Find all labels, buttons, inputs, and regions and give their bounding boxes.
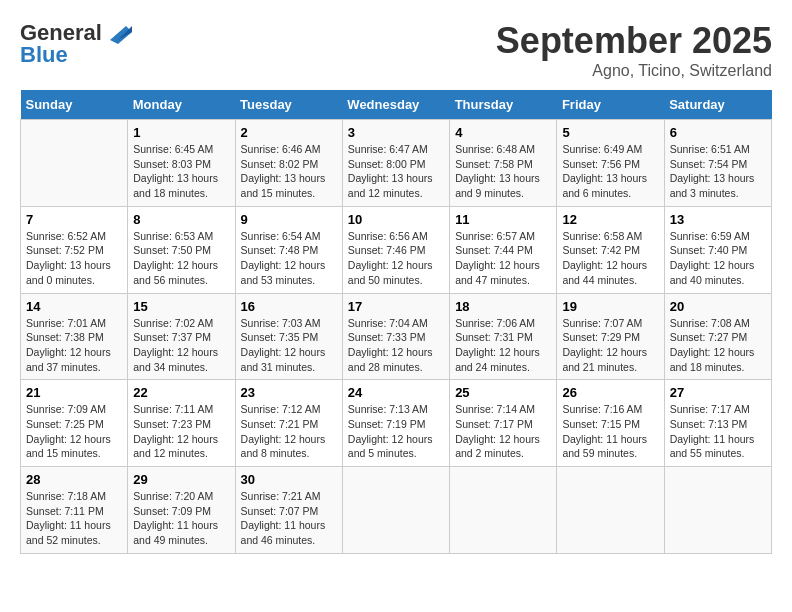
calendar-week-row: 7Sunrise: 6:52 AMSunset: 7:52 PMDaylight…: [21, 206, 772, 293]
day-info: Sunrise: 6:59 AMSunset: 7:40 PMDaylight:…: [670, 229, 766, 288]
day-info: Sunrise: 7:11 AMSunset: 7:23 PMDaylight:…: [133, 402, 229, 461]
day-info: Sunrise: 7:17 AMSunset: 7:13 PMDaylight:…: [670, 402, 766, 461]
calendar-week-row: 1Sunrise: 6:45 AMSunset: 8:03 PMDaylight…: [21, 120, 772, 207]
day-info: Sunrise: 6:57 AMSunset: 7:44 PMDaylight:…: [455, 229, 551, 288]
day-number: 16: [241, 299, 337, 314]
calendar-cell: 8Sunrise: 6:53 AMSunset: 7:50 PMDaylight…: [128, 206, 235, 293]
calendar-cell: 3Sunrise: 6:47 AMSunset: 8:00 PMDaylight…: [342, 120, 449, 207]
day-info: Sunrise: 7:09 AMSunset: 7:25 PMDaylight:…: [26, 402, 122, 461]
day-info: Sunrise: 6:45 AMSunset: 8:03 PMDaylight:…: [133, 142, 229, 201]
day-info: Sunrise: 7:18 AMSunset: 7:11 PMDaylight:…: [26, 489, 122, 548]
day-number: 15: [133, 299, 229, 314]
day-number: 2: [241, 125, 337, 140]
day-info: Sunrise: 6:54 AMSunset: 7:48 PMDaylight:…: [241, 229, 337, 288]
calendar-cell: 15Sunrise: 7:02 AMSunset: 7:37 PMDayligh…: [128, 293, 235, 380]
calendar-cell: 25Sunrise: 7:14 AMSunset: 7:17 PMDayligh…: [450, 380, 557, 467]
day-info: Sunrise: 7:06 AMSunset: 7:31 PMDaylight:…: [455, 316, 551, 375]
calendar-cell: 22Sunrise: 7:11 AMSunset: 7:23 PMDayligh…: [128, 380, 235, 467]
day-number: 3: [348, 125, 444, 140]
day-number: 5: [562, 125, 658, 140]
day-number: 13: [670, 212, 766, 227]
calendar-cell: [664, 467, 771, 554]
day-number: 24: [348, 385, 444, 400]
day-info: Sunrise: 7:07 AMSunset: 7:29 PMDaylight:…: [562, 316, 658, 375]
calendar-cell: 9Sunrise: 6:54 AMSunset: 7:48 PMDaylight…: [235, 206, 342, 293]
logo: General Blue: [20, 20, 132, 68]
calendar-cell: 6Sunrise: 6:51 AMSunset: 7:54 PMDaylight…: [664, 120, 771, 207]
day-number: 21: [26, 385, 122, 400]
day-info: Sunrise: 7:01 AMSunset: 7:38 PMDaylight:…: [26, 316, 122, 375]
col-header-wednesday: Wednesday: [342, 90, 449, 120]
calendar-cell: 18Sunrise: 7:06 AMSunset: 7:31 PMDayligh…: [450, 293, 557, 380]
calendar-cell: 4Sunrise: 6:48 AMSunset: 7:58 PMDaylight…: [450, 120, 557, 207]
day-number: 17: [348, 299, 444, 314]
day-info: Sunrise: 7:02 AMSunset: 7:37 PMDaylight:…: [133, 316, 229, 375]
calendar-cell: 10Sunrise: 6:56 AMSunset: 7:46 PMDayligh…: [342, 206, 449, 293]
col-header-monday: Monday: [128, 90, 235, 120]
calendar-cell: 30Sunrise: 7:21 AMSunset: 7:07 PMDayligh…: [235, 467, 342, 554]
calendar-week-row: 21Sunrise: 7:09 AMSunset: 7:25 PMDayligh…: [21, 380, 772, 467]
day-info: Sunrise: 6:53 AMSunset: 7:50 PMDaylight:…: [133, 229, 229, 288]
day-info: Sunrise: 7:12 AMSunset: 7:21 PMDaylight:…: [241, 402, 337, 461]
day-number: 25: [455, 385, 551, 400]
calendar-cell: 27Sunrise: 7:17 AMSunset: 7:13 PMDayligh…: [664, 380, 771, 467]
calendar-header-row: SundayMondayTuesdayWednesdayThursdayFrid…: [21, 90, 772, 120]
day-number: 7: [26, 212, 122, 227]
day-info: Sunrise: 6:47 AMSunset: 8:00 PMDaylight:…: [348, 142, 444, 201]
day-info: Sunrise: 6:46 AMSunset: 8:02 PMDaylight:…: [241, 142, 337, 201]
svg-marker-0: [110, 26, 132, 44]
logo-icon: [104, 22, 132, 44]
col-header-friday: Friday: [557, 90, 664, 120]
day-number: 30: [241, 472, 337, 487]
calendar-cell: 1Sunrise: 6:45 AMSunset: 8:03 PMDaylight…: [128, 120, 235, 207]
calendar-cell: 2Sunrise: 6:46 AMSunset: 8:02 PMDaylight…: [235, 120, 342, 207]
calendar-cell: 20Sunrise: 7:08 AMSunset: 7:27 PMDayligh…: [664, 293, 771, 380]
calendar-cell: 12Sunrise: 6:58 AMSunset: 7:42 PMDayligh…: [557, 206, 664, 293]
calendar-cell: 29Sunrise: 7:20 AMSunset: 7:09 PMDayligh…: [128, 467, 235, 554]
day-info: Sunrise: 7:03 AMSunset: 7:35 PMDaylight:…: [241, 316, 337, 375]
day-number: 22: [133, 385, 229, 400]
day-number: 6: [670, 125, 766, 140]
day-info: Sunrise: 7:16 AMSunset: 7:15 PMDaylight:…: [562, 402, 658, 461]
col-header-thursday: Thursday: [450, 90, 557, 120]
calendar-cell: 23Sunrise: 7:12 AMSunset: 7:21 PMDayligh…: [235, 380, 342, 467]
col-header-saturday: Saturday: [664, 90, 771, 120]
calendar-cell: 24Sunrise: 7:13 AMSunset: 7:19 PMDayligh…: [342, 380, 449, 467]
day-number: 26: [562, 385, 658, 400]
logo-blue: Blue: [20, 42, 68, 68]
calendar-cell: [450, 467, 557, 554]
day-number: 23: [241, 385, 337, 400]
day-number: 27: [670, 385, 766, 400]
day-number: 20: [670, 299, 766, 314]
day-number: 9: [241, 212, 337, 227]
calendar-cell: 17Sunrise: 7:04 AMSunset: 7:33 PMDayligh…: [342, 293, 449, 380]
calendar-cell: 21Sunrise: 7:09 AMSunset: 7:25 PMDayligh…: [21, 380, 128, 467]
calendar-cell: 28Sunrise: 7:18 AMSunset: 7:11 PMDayligh…: [21, 467, 128, 554]
day-number: 18: [455, 299, 551, 314]
page-title: September 2025: [496, 20, 772, 62]
day-info: Sunrise: 7:14 AMSunset: 7:17 PMDaylight:…: [455, 402, 551, 461]
calendar-cell: 16Sunrise: 7:03 AMSunset: 7:35 PMDayligh…: [235, 293, 342, 380]
day-info: Sunrise: 6:51 AMSunset: 7:54 PMDaylight:…: [670, 142, 766, 201]
day-info: Sunrise: 6:52 AMSunset: 7:52 PMDaylight:…: [26, 229, 122, 288]
day-number: 4: [455, 125, 551, 140]
col-header-sunday: Sunday: [21, 90, 128, 120]
calendar-cell: 11Sunrise: 6:57 AMSunset: 7:44 PMDayligh…: [450, 206, 557, 293]
day-info: Sunrise: 7:08 AMSunset: 7:27 PMDaylight:…: [670, 316, 766, 375]
day-number: 19: [562, 299, 658, 314]
title-block: September 2025 Agno, Ticino, Switzerland: [496, 20, 772, 80]
day-info: Sunrise: 7:13 AMSunset: 7:19 PMDaylight:…: [348, 402, 444, 461]
calendar-cell: [557, 467, 664, 554]
calendar-cell: 7Sunrise: 6:52 AMSunset: 7:52 PMDaylight…: [21, 206, 128, 293]
day-number: 8: [133, 212, 229, 227]
day-number: 10: [348, 212, 444, 227]
day-info: Sunrise: 6:58 AMSunset: 7:42 PMDaylight:…: [562, 229, 658, 288]
calendar-cell: [342, 467, 449, 554]
calendar-week-row: 14Sunrise: 7:01 AMSunset: 7:38 PMDayligh…: [21, 293, 772, 380]
calendar-cell: 5Sunrise: 6:49 AMSunset: 7:56 PMDaylight…: [557, 120, 664, 207]
day-number: 11: [455, 212, 551, 227]
day-number: 12: [562, 212, 658, 227]
calendar-week-row: 28Sunrise: 7:18 AMSunset: 7:11 PMDayligh…: [21, 467, 772, 554]
page-header: General Blue September 2025 Agno, Ticino…: [20, 20, 772, 80]
day-number: 1: [133, 125, 229, 140]
